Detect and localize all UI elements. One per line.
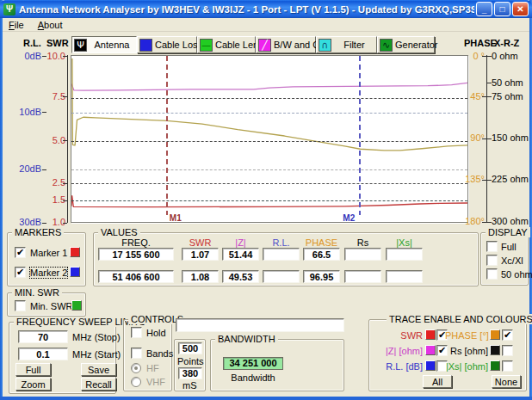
toolbar-button-generator[interactable]: ∿Generator <box>377 36 435 53</box>
markers-panel-title: MARKERS <box>12 227 64 237</box>
menu-about[interactable]: About <box>38 20 63 30</box>
minimize-button[interactable]: _ <box>476 2 492 16</box>
toolbar-button-cable-loss[interactable]: Cable Loss <box>137 36 197 53</box>
maximize-button[interactable]: □ <box>494 2 510 16</box>
ohm-axis-labels: 0 ohm50 ohm75 ohm150 ohm225 ohm300 ohm <box>492 55 529 222</box>
value-cell <box>344 270 381 283</box>
ohm-axis-ticks <box>487 55 492 223</box>
recall-button[interactable]: Recall <box>81 378 116 391</box>
all-button[interactable]: All <box>423 375 452 388</box>
sweep-status-field[interactable] <box>176 318 344 332</box>
axis-label: 150 ohm <box>492 132 529 143</box>
trace-phase <box>71 83 467 90</box>
app-window: Ψ Antenna Network Analyser by IW3HEV & I… <box>0 0 532 400</box>
title-bar[interactable]: Ψ Antenna Network Analyser by IW3HEV & I… <box>0 0 532 18</box>
display-xc-xl-checkbox[interactable] <box>486 255 498 266</box>
trace-colour-swatch <box>425 345 436 355</box>
min-swr-colour-swatch <box>71 300 82 311</box>
ms-label: mS <box>182 380 197 391</box>
freq-stop-input[interactable] <box>18 330 68 343</box>
axis-tick <box>487 222 492 223</box>
trace-label--xs-ohm-: |Xs| [ohm] <box>445 361 488 372</box>
phase-axis-ticks <box>482 55 486 223</box>
axis-tick <box>482 180 486 181</box>
marker-line-m1[interactable] <box>166 56 168 215</box>
axis-tick <box>482 222 486 223</box>
display-50-ohm-checkbox[interactable] <box>486 268 498 280</box>
gridline <box>71 113 467 114</box>
cable-length-icon: — <box>200 39 213 52</box>
value-cell <box>386 248 423 261</box>
trace-swr <box>71 196 467 207</box>
display-option-label: 50 ohm <box>501 269 532 280</box>
toolbar-button-label: Filter <box>332 40 376 50</box>
points-label: Points <box>177 356 204 366</box>
gridline <box>71 200 467 201</box>
bw-and-q-icon: ╱ <box>258 39 271 52</box>
toolbar-button-b-w-and-q[interactable]: ╱B/W and Q <box>256 36 316 53</box>
bandwidth-value: 34 251 000 <box>223 357 283 370</box>
trace-plot <box>71 56 467 222</box>
rl-axis-ticks <box>42 55 46 223</box>
full-button[interactable]: Full <box>15 363 51 376</box>
trace-label-phase-: PHASE [°] <box>445 330 488 341</box>
gridline <box>71 183 467 184</box>
trace-colour-swatch <box>490 329 500 340</box>
menu-bar: File About <box>3 18 529 32</box>
axis-tick <box>63 200 67 201</box>
marker-line-m2[interactable] <box>359 56 361 215</box>
values-header-rs: Rs <box>344 237 381 248</box>
toolbar-button-antenna[interactable]: ΨAntenna <box>71 36 137 53</box>
trace-z <box>72 58 467 151</box>
close-button[interactable]: ✕ <box>512 2 529 16</box>
toolbar-button-label: B/W and Q <box>272 40 322 50</box>
display-panel: DISPLAY FullXc/Xl50 ohm <box>480 232 529 286</box>
axis-label: 75 ohm <box>492 91 529 102</box>
vhf-radio[interactable] <box>131 377 141 387</box>
axis-label: 20dB <box>5 163 41 174</box>
bandwidth-label: Bandwidth <box>223 372 283 383</box>
points-input[interactable] <box>178 342 202 354</box>
values-header-xs: |Xs| <box>386 237 423 248</box>
value-cell: 66.5 <box>303 248 340 261</box>
marker-2-checkbox[interactable]: ✔ <box>15 267 26 278</box>
trace-enable-checkbox[interactable] <box>502 345 513 356</box>
display-option-label: Xc/Xl <box>501 255 523 266</box>
value-cell: 96.95 <box>303 270 340 283</box>
marker-2-colour-swatch <box>70 267 80 277</box>
axis-tick <box>42 56 46 57</box>
trace-enable-title: TRACE ENABLE AND COLOURS <box>387 314 532 324</box>
trace-colour-swatch <box>425 360 436 371</box>
menu-file[interactable]: File <box>9 20 24 30</box>
save-button[interactable]: Save <box>81 363 116 376</box>
min-swr-label: Min. SWR <box>30 301 73 311</box>
marker-1-checkbox[interactable]: ✔ <box>15 247 26 258</box>
radio-dot <box>134 366 138 370</box>
trace-label-rs-ohm-: Rs [ohm] <box>445 346 488 356</box>
vhf-radio-label: VHF <box>146 377 165 387</box>
value-cell <box>386 270 423 283</box>
hold-checkbox[interactable] <box>131 327 142 338</box>
trace-enable-checkbox[interactable] <box>502 360 513 372</box>
hf-radio[interactable] <box>131 363 141 373</box>
bandwidth-panel-title: BANDWIDTH <box>215 334 278 344</box>
min-swr-checkbox[interactable] <box>15 300 26 311</box>
trace-enable-checkbox[interactable]: ✔ <box>502 329 513 341</box>
bands-checkbox[interactable] <box>131 348 142 359</box>
chart-plot-area[interactable]: M1M2 <box>71 55 468 223</box>
controls-panel: CONTROLS HoldBandsHFVHF <box>123 319 172 391</box>
marker-1-label: Marker 1 <box>30 248 67 258</box>
zoom-button[interactable]: Zoom <box>15 378 51 391</box>
toolbar-button-label: Generator <box>393 40 440 50</box>
display-option-label: Full <box>501 242 517 252</box>
ms-input[interactable] <box>178 367 202 379</box>
left-axis-line <box>67 55 68 223</box>
display-full-checkbox[interactable] <box>486 241 498 252</box>
freq-start-input[interactable] <box>18 348 68 360</box>
none-button[interactable]: None <box>492 375 521 388</box>
axis-label: 225 ohm <box>492 174 529 184</box>
toolbar-button-filter[interactable]: ∩Filter <box>316 36 377 53</box>
axis-tick <box>487 83 492 83</box>
trace-toolbar: ΨAntennaCable Loss—Cable Length╱B/W and … <box>71 36 435 53</box>
toolbar-button-cable-length[interactable]: —Cable Length <box>197 36 256 53</box>
